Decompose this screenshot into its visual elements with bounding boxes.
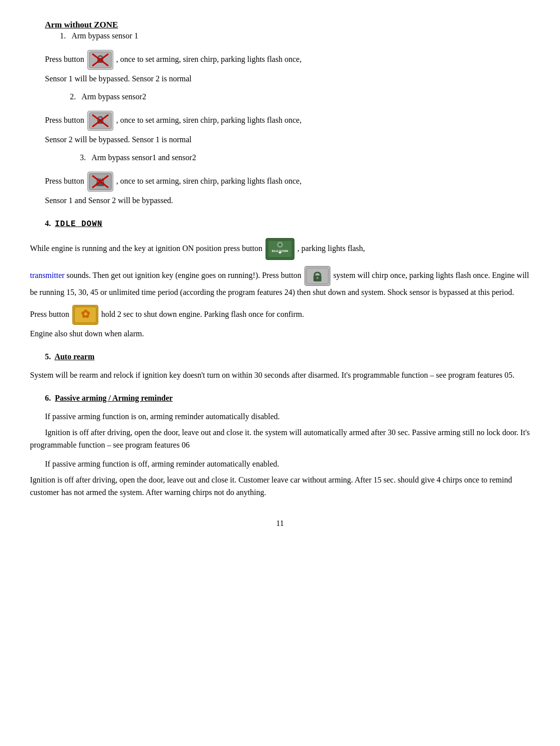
bypass-2-heading: 2. Arm bypass sensor2 bbox=[70, 91, 530, 103]
section-7: Arm without ZONE 1. Arm bypass sensor 1 … bbox=[30, 20, 530, 207]
bypass-all-svg: ALL bbox=[88, 173, 112, 191]
transmitter-word: transmitter bbox=[30, 271, 64, 279]
section-7-title: Arm without ZONE bbox=[45, 20, 118, 29]
idle-down-para2: transmitter sounds. Then get out ignitio… bbox=[30, 266, 530, 299]
section-6-title: 6. Passive arming / Arming reminder bbox=[45, 392, 530, 404]
bypass-item-1: 1. Arm bypass sensor 1 bbox=[60, 30, 530, 42]
star-button-icon: ✿ bbox=[72, 305, 98, 325]
bypass-sensor-1-svg bbox=[88, 51, 112, 69]
section-5-text: System will be rearm and relock if ignit… bbox=[30, 369, 530, 382]
bypass-1-text: Press button , once to set arming, sir bbox=[45, 50, 530, 70]
section-6-para3-block: If passive arming function is off, armin… bbox=[30, 458, 530, 499]
section-6-para2: Ignition is off after driving, open the … bbox=[30, 426, 530, 452]
section-5-title: 5. Auto rearm bbox=[45, 351, 530, 363]
star-svg: ✿ bbox=[73, 306, 97, 324]
bypass-1-block: Press button , once to set arming, sir bbox=[45, 50, 530, 85]
bypass-2-text2: Sensor 2 will be bypassed. Sensor 1 is n… bbox=[45, 134, 530, 146]
lock-icon bbox=[304, 266, 330, 286]
bypass-3-block: Press button ALL , once to set arming, bbox=[45, 172, 530, 207]
bypass-sensor-2-icon bbox=[87, 111, 113, 131]
svg-point-19 bbox=[279, 243, 281, 246]
section-6: 6. Passive arming / Arming reminder If p… bbox=[30, 392, 530, 499]
bypass-2-text: Press button , once to set arming, siren… bbox=[45, 111, 530, 131]
section-6-para4: Ignition is off after driving, open the … bbox=[30, 474, 530, 499]
section-7-title-text: Arm without ZONE bbox=[45, 20, 118, 29]
idle-down-para1: While engine is running and the key at i… bbox=[30, 238, 530, 260]
section-6-para3: If passive arming function is off, armin… bbox=[45, 458, 530, 471]
bypass-3-text2: Sensor 1 and Sensor 2 will be bypassed. bbox=[45, 195, 530, 207]
bypass-sensor-1-icon bbox=[87, 50, 113, 70]
bypass-3-heading: 3. Arm bypass sensor1 and sensor2 bbox=[80, 152, 530, 164]
section-6-para1-block: If passive arming function is on, arming… bbox=[30, 410, 530, 452]
bypass-all-icon: ALL bbox=[87, 172, 113, 192]
idle-down-line2: Engine also shut down when alarm. bbox=[30, 328, 530, 340]
section-5: 5. Auto rearm System will be rearm and r… bbox=[30, 351, 530, 382]
section-6-para1: If passive arming function is on, arming… bbox=[45, 410, 530, 423]
section-4: 4. IDLE DOWN While engine is running and… bbox=[30, 218, 530, 340]
bypass-1-heading: 1. Arm bypass sensor 1 bbox=[60, 30, 530, 42]
bypass-item-2: 2. Arm bypass sensor2 bbox=[70, 91, 530, 103]
page-number: 11 bbox=[30, 519, 530, 528]
idle-down-icon: IDLE DOWN bbox=[266, 238, 294, 260]
idle-down-svg: IDLE DOWN bbox=[267, 239, 293, 259]
section-4-title: 4. IDLE DOWN bbox=[45, 218, 530, 230]
bypass-1-text2: Sensor 1 will be bypassed. Sensor 2 is n… bbox=[45, 73, 530, 85]
bypass-sensor-2-svg bbox=[88, 112, 112, 130]
svg-point-25 bbox=[316, 277, 318, 279]
passive-arming-title: Passive arming / Arming reminder bbox=[55, 394, 173, 402]
bypass-2-block: Press button , once to set arming, siren… bbox=[45, 111, 530, 146]
idle-down-para3: Press button ✿ hold 2 sec to shut down e… bbox=[30, 305, 530, 340]
bypass-3-text: Press button ALL , once to set arming, bbox=[45, 172, 530, 192]
auto-rearm-title: Auto rearm bbox=[54, 352, 94, 361]
svg-text:✿: ✿ bbox=[81, 308, 90, 320]
lock-svg bbox=[305, 267, 329, 285]
bypass-item-3: 3. Arm bypass sensor1 and sensor2 bbox=[80, 152, 530, 164]
